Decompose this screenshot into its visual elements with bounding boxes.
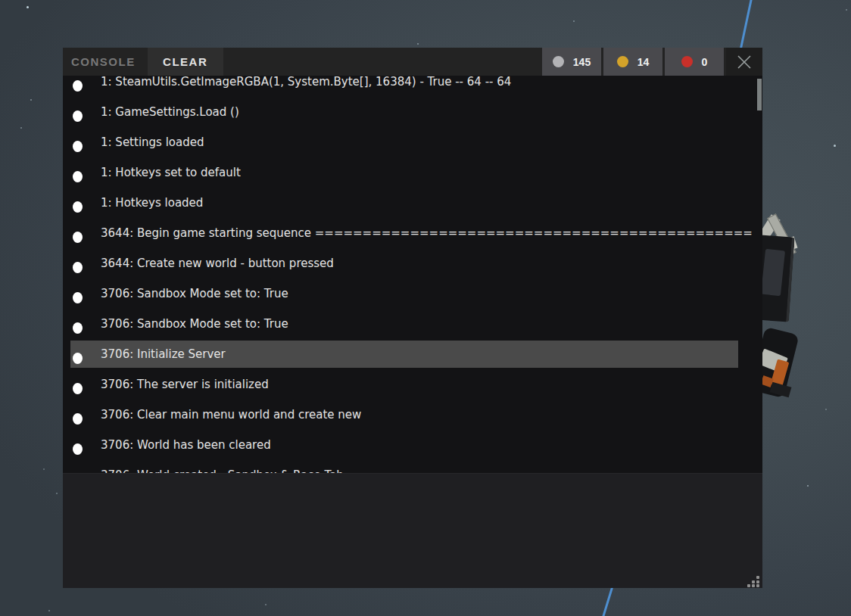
close-button[interactable]: [726, 48, 762, 76]
log-entry-text: 1: Settings loaded: [101, 135, 204, 149]
gray-dot-icon: [553, 56, 564, 67]
warnings-count: 14: [637, 56, 650, 68]
log-row[interactable]: 3706: Initialize Server: [63, 339, 762, 369]
log-bullet-icon: [73, 322, 83, 334]
log-bullet-icon: [73, 413, 83, 425]
grip-dot: [756, 584, 759, 587]
log-viewport: 1: SteamUtils.GetImageRGBA(1, System.Byt…: [63, 76, 762, 473]
log-bullet-icon: [73, 232, 83, 243]
counter-messages[interactable]: 145: [542, 48, 601, 76]
log-entry-text: 3706: Initialize Server: [101, 347, 226, 361]
log-row[interactable]: 1: Hotkeys set to default: [63, 157, 762, 188]
log-row[interactable]: 1: Hotkeys loaded: [63, 188, 762, 218]
log-entry-text: 3706: The server is initialized: [101, 378, 269, 391]
log-row[interactable]: 3706: The server is initialized: [63, 369, 762, 400]
console-panel: CONSOLE CLEAR 145 14 0: [63, 48, 762, 588]
log-row[interactable]: 3644: Begin game starting sequence =====…: [63, 218, 762, 248]
star: [26, 6, 29, 8]
clear-button-label: CLEAR: [163, 55, 207, 68]
log-entry-text: 1: Hotkeys set to default: [101, 166, 241, 179]
log-row[interactable]: 3706: World has been cleared: [63, 430, 762, 460]
grip-dot: [747, 584, 750, 587]
grip-dot: [752, 584, 755, 587]
console-footer: [63, 473, 762, 588]
star: [43, 468, 45, 470]
close-icon: [736, 54, 753, 70]
header-spacer: [223, 48, 542, 76]
log-entry-text: 1: SteamUtils.GetImageRGBA(1, System.Byt…: [101, 76, 511, 89]
log-row[interactable]: 1: Settings loaded: [63, 127, 762, 157]
tether-line: [739, 0, 753, 51]
grip-dot: [752, 580, 755, 583]
log-entry-text: 1: Hotkeys loaded: [101, 196, 203, 210]
counter-group: 145 14 0: [542, 48, 724, 76]
red-dot-icon: [681, 56, 693, 67]
log-bullet-icon: [73, 262, 83, 273]
counter-errors[interactable]: 0: [665, 48, 724, 76]
console-header: CONSOLE CLEAR 145 14 0: [63, 48, 762, 76]
messages-count: 145: [573, 56, 591, 68]
log-row[interactable]: 3644: Create new world - button pressed: [63, 248, 762, 278]
star: [807, 485, 809, 487]
log-bullet-icon: [73, 80, 83, 92]
clear-button[interactable]: CLEAR: [148, 48, 223, 76]
star: [417, 43, 419, 45]
counter-warnings[interactable]: 14: [603, 48, 662, 76]
log-entry-text: 3644: Create new world - button pressed: [101, 257, 334, 270]
star: [56, 493, 58, 494]
log-list: 1: SteamUtils.GetImageRGBA(1, System.Byt…: [63, 76, 762, 473]
log-bullet-icon: [73, 292, 83, 303]
log-row[interactable]: 3706: World created - Sandbox & Race Tab: [63, 460, 762, 473]
yellow-dot-icon: [617, 56, 628, 67]
log-entry-text: 3706: Sandbox Mode set to: True: [101, 287, 288, 300]
star: [834, 145, 836, 147]
star: [573, 20, 575, 22]
log-row[interactable]: 1: SteamUtils.GetImageRGBA(1, System.Byt…: [63, 76, 762, 97]
tether-line: [602, 586, 613, 616]
resize-grip[interactable]: [744, 570, 762, 588]
star: [846, 9, 847, 11]
star: [20, 127, 22, 129]
log-bullet-icon: [73, 353, 83, 364]
log-entry-text: 3644: Begin game starting sequence =====…: [101, 226, 753, 240]
log-entry-text: 3706: Clear main menu world and create n…: [101, 408, 361, 422]
star: [265, 604, 267, 605]
grip-dot: [756, 576, 759, 579]
log-row[interactable]: 3706: Clear main menu world and create n…: [63, 400, 762, 430]
console-title-label: CONSOLE: [71, 55, 136, 68]
star: [30, 99, 32, 101]
log-bullet-icon: [73, 443, 83, 455]
log-row[interactable]: 3706: Sandbox Mode set to: True: [63, 278, 762, 309]
log-scrollbar-thumb[interactable]: [757, 79, 762, 110]
log-entry-text: 1: GameSettings.Load (): [101, 105, 239, 119]
log-bullet-icon: [73, 383, 83, 394]
log-bullet-icon: [73, 171, 83, 182]
log-entry-text: 3706: World has been cleared: [101, 438, 271, 452]
log-bullet-icon: [73, 201, 83, 213]
log-bullet-icon: [73, 141, 83, 152]
star: [48, 610, 50, 611]
tab-console[interactable]: CONSOLE: [63, 48, 148, 76]
grip-dot: [756, 580, 759, 583]
log-scrollbar[interactable]: [756, 76, 762, 473]
log-bullet-icon: [73, 110, 83, 122]
log-row[interactable]: 1: GameSettings.Load (): [63, 97, 762, 127]
star: [825, 409, 827, 410]
log-row[interactable]: 3706: Sandbox Mode set to: True: [63, 309, 762, 339]
log-entry-text: 3706: Sandbox Mode set to: True: [101, 317, 288, 331]
errors-count: 0: [702, 56, 708, 68]
